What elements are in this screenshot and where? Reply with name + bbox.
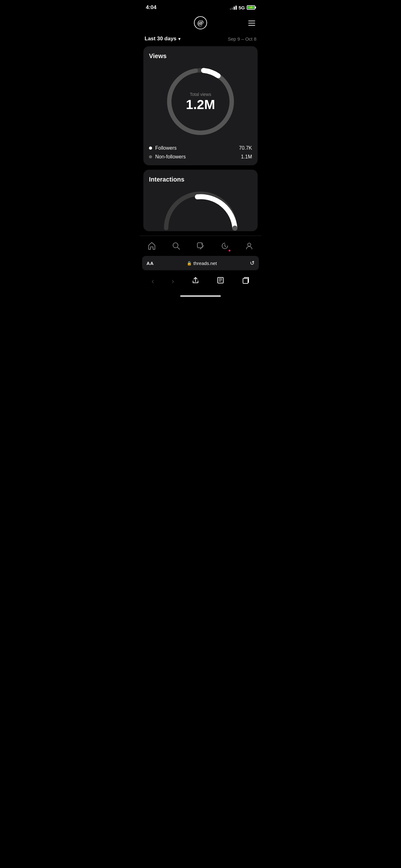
- date-filter-row: Last 30 days ▾ Sep 9 – Oct 8: [140, 33, 261, 46]
- menu-line-1: [248, 21, 255, 21]
- svg-rect-10: [218, 277, 223, 283]
- followers-dot: [149, 147, 152, 150]
- legend-item-followers: Followers 70.7K: [149, 145, 252, 151]
- followers-value: 70.7K: [239, 145, 252, 151]
- home-indicator: [140, 293, 261, 300]
- top-nav: @: [140, 13, 261, 33]
- forward-button[interactable]: ›: [169, 276, 177, 287]
- legend-item-nonfollowers: Non-followers 1.1M: [149, 154, 252, 160]
- nav-activity[interactable]: [216, 240, 234, 252]
- nonfollowers-value: 1.1M: [241, 154, 252, 160]
- bookmarks-icon: [217, 277, 224, 284]
- main-content: Views Total views 1.2M Followers: [140, 46, 261, 231]
- followers-label: Followers: [155, 145, 176, 151]
- menu-line-3: [248, 25, 255, 26]
- donut-chart-container: Total views 1.2M: [149, 64, 252, 139]
- lock-icon: 🔒: [187, 261, 192, 266]
- views-legend: Followers 70.7K Non-followers 1.1M: [149, 145, 252, 160]
- svg-rect-11: [243, 278, 248, 283]
- share-button[interactable]: [189, 275, 202, 287]
- profile-icon: [245, 242, 254, 250]
- svg-point-9: [248, 243, 251, 246]
- signal-bars: [230, 6, 237, 10]
- svg-rect-8: [197, 243, 202, 248]
- battery-bolt-icon: ⚡: [249, 6, 253, 9]
- status-right: 5G ⚡: [230, 5, 255, 10]
- interactions-card: Interactions: [143, 170, 258, 231]
- network-label: 5G: [239, 5, 245, 10]
- tabs-icon: [242, 277, 249, 284]
- legend-left-followers: Followers: [149, 145, 176, 151]
- search-icon: [172, 242, 180, 250]
- donut-center: Total views 1.2M: [186, 92, 215, 111]
- nonfollowers-dot: [149, 155, 152, 158]
- browser-refresh-button[interactable]: ↺: [250, 260, 255, 267]
- views-card-title: Views: [149, 53, 252, 60]
- interactions-arc-container: [149, 187, 252, 231]
- date-range-text: Sep 9 – Oct 8: [228, 36, 257, 41]
- svg-text:@: @: [197, 19, 204, 26]
- date-filter-button[interactable]: Last 30 days ▾: [144, 36, 180, 42]
- menu-line-2: [248, 23, 255, 24]
- signal-bar-2: [232, 7, 233, 10]
- legend-left-nonfollowers: Non-followers: [149, 154, 186, 160]
- battery: ⚡: [247, 5, 255, 10]
- donut-label: Total views: [190, 92, 211, 97]
- date-filter-text: Last 30 days: [144, 36, 176, 42]
- signal-bar-1: [230, 8, 231, 10]
- status-time: 4:04: [146, 4, 157, 11]
- threads-logo: @: [194, 16, 207, 29]
- compose-icon: [196, 242, 205, 250]
- browser-url-text: threads.net: [193, 260, 217, 266]
- svg-point-5: [232, 226, 237, 230]
- svg-line-7: [177, 247, 179, 249]
- activity-badge: [229, 250, 231, 251]
- browser-bar: AA 🔒 threads.net ↺: [142, 256, 259, 270]
- views-card: Views Total views 1.2M Followers: [143, 46, 258, 165]
- safari-bottom-bar: ‹ ›: [140, 272, 261, 293]
- battery-body: ⚡: [247, 5, 255, 10]
- donut-value: 1.2M: [186, 98, 215, 111]
- menu-button[interactable]: [248, 21, 255, 26]
- bookmarks-button[interactable]: [213, 275, 227, 287]
- nav-search[interactable]: [167, 240, 185, 252]
- chevron-down-icon: ▾: [178, 36, 180, 41]
- nav-profile[interactable]: [240, 240, 258, 252]
- nav-home[interactable]: [143, 240, 161, 252]
- signal-bar-3: [234, 6, 235, 10]
- home-pill: [180, 295, 221, 297]
- battery-fill: ⚡: [248, 6, 254, 9]
- signal-bar-4: [235, 6, 237, 10]
- back-button[interactable]: ‹: [148, 276, 157, 287]
- status-bar: 4:04 5G ⚡: [140, 0, 261, 13]
- nonfollowers-label: Non-followers: [155, 154, 186, 160]
- home-icon: [147, 242, 156, 250]
- interactions-arc-svg: [157, 187, 244, 231]
- nav-compose[interactable]: [192, 240, 209, 252]
- browser-url-area[interactable]: 🔒 threads.net: [187, 260, 217, 266]
- browser-aa-button[interactable]: AA: [146, 260, 154, 266]
- activity-icon: [221, 242, 229, 250]
- interactions-card-title: Interactions: [149, 176, 252, 183]
- tabs-button[interactable]: [239, 275, 253, 287]
- bottom-nav: [140, 236, 261, 254]
- share-icon: [192, 277, 199, 284]
